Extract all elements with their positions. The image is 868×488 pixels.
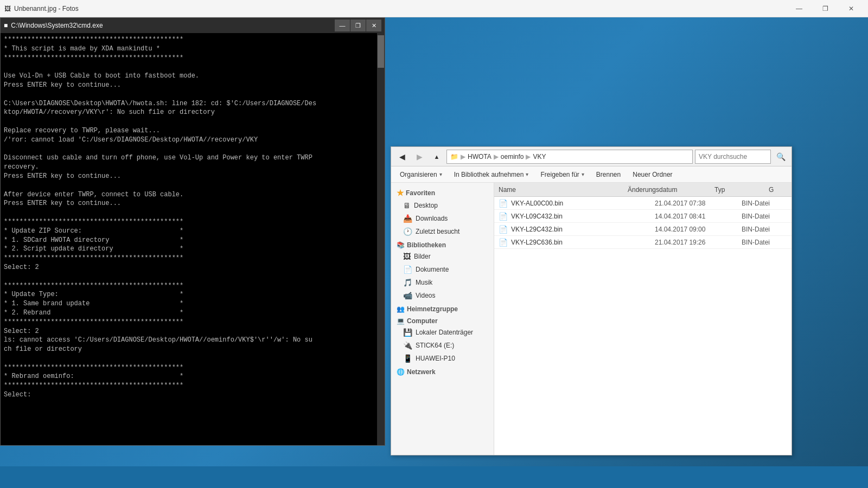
breadcrumb-oeminfo[interactable]: oeminfo xyxy=(501,153,524,160)
homegroup-icon: 👥 xyxy=(397,305,405,313)
file-date-cell: 21.04.2017 07:38 xyxy=(650,200,737,207)
menu-library-arrow: ▾ xyxy=(526,171,528,177)
file-date-cell: 21.04.2017 19:26 xyxy=(650,239,737,246)
explorer-sidebar: ★ Favoriten 🖥 Desktop 📥 Downloads 🕐 Zule… xyxy=(391,183,494,455)
local-disk-icon: 💾 xyxy=(403,328,412,337)
explorer-search-input[interactable] xyxy=(695,150,771,164)
menu-burn[interactable]: Brennen xyxy=(591,169,626,181)
fotos-app-icon: 🖼 xyxy=(4,5,11,12)
table-row[interactable]: 📄 VKY-L29C636.bin 21.04.2017 19:26 BIN-D… xyxy=(494,236,792,249)
table-row[interactable]: 📄 VKY-AL00C00.bin 21.04.2017 07:38 BIN-D… xyxy=(494,197,792,210)
favorites-star-icon: ★ xyxy=(397,188,404,198)
col-header-type[interactable]: Typ xyxy=(710,186,764,194)
explorer-search-button[interactable]: 🔍 xyxy=(773,150,788,164)
recent-icon: 🕐 xyxy=(403,227,412,236)
cmd-icon: ■ xyxy=(4,22,8,29)
cmd-restore-button[interactable]: ❐ xyxy=(350,20,366,31)
computer-icon: 💻 xyxy=(397,317,405,325)
file-name-cell: 📄 VKY-L29C432.bin xyxy=(494,225,650,234)
stick64-icon: 🔌 xyxy=(403,341,412,350)
cmd-scrollbar[interactable] xyxy=(377,33,385,445)
menu-library-label: In Bibliothek aufnehmen xyxy=(454,171,524,178)
file-bin-icon: 📄 xyxy=(499,225,508,234)
sidebar-item-dokumente[interactable]: 📄 Dokumente xyxy=(391,263,494,276)
sidebar-videos-label: Videos xyxy=(416,292,435,299)
col-header-name[interactable]: Name xyxy=(494,186,623,194)
fotos-minimize-button[interactable]: — xyxy=(787,0,812,17)
menu-new-folder[interactable]: Neuer Ordner xyxy=(627,169,678,181)
file-type-cell: BIN-Datei xyxy=(737,213,792,220)
fotos-titlebar-controls: — ❐ ✕ xyxy=(787,0,864,17)
sidebar-item-downloads[interactable]: 📥 Downloads xyxy=(391,212,494,225)
explorer-filelist: Name Änderungsdatum Typ G 📄 VKY-AL00C00.… xyxy=(494,183,792,455)
menu-share[interactable]: Freigeben für ▾ xyxy=(535,169,589,181)
breadcrumb-hwota[interactable]: HWOTA xyxy=(468,153,492,160)
explorer-up-button[interactable]: ▲ xyxy=(429,150,444,164)
network-label: Netzwerk xyxy=(407,368,436,376)
huawei-icon: 📱 xyxy=(403,354,412,363)
sidebar-item-recent[interactable]: 🕐 Zuletzt besucht xyxy=(391,225,494,238)
file-name: VKY-AL00C00.bin xyxy=(511,200,563,207)
file-name-cell: 📄 VKY-L29C636.bin xyxy=(494,238,650,247)
sidebar-item-huawei[interactable]: 📱 HUAWEI-P10 xyxy=(391,352,494,365)
col-header-date[interactable]: Änderungsdatum xyxy=(623,186,710,194)
sidebar-item-local-disk[interactable]: 💾 Lokaler Datenträger xyxy=(391,326,494,339)
cmd-window: ■ C:\Windows\System32\cmd.exe — ❐ ✕ ****… xyxy=(0,17,385,446)
desktop-icon: 🖥 xyxy=(403,201,411,210)
cmd-titlebar: ■ C:\Windows\System32\cmd.exe — ❐ ✕ xyxy=(1,18,385,33)
sidebar-stick64-label: STICK64 (E:) xyxy=(416,342,454,349)
bilder-icon: 🖼 xyxy=(403,252,411,261)
fotos-window-title: Unbenannt.jpg - Fotos xyxy=(14,5,79,12)
homegroup-label: Heimnetzgruppe xyxy=(407,305,458,313)
videos-icon: 📹 xyxy=(403,291,412,300)
table-row[interactable]: 📄 VKY-L09C432.bin 14.04.2017 08:41 BIN-D… xyxy=(494,210,792,223)
file-date-cell: 14.04.2017 08:41 xyxy=(650,213,737,220)
explorer-back-button[interactable]: ◀ xyxy=(394,150,410,164)
fotos-close-button[interactable]: ✕ xyxy=(839,0,864,17)
sidebar-group-homegroup[interactable]: 👥 Heimnetzgruppe xyxy=(391,302,494,314)
sidebar-item-videos[interactable]: 📹 Videos xyxy=(391,289,494,302)
sidebar-group-libraries[interactable]: 📚 Bibliotheken xyxy=(391,238,494,250)
file-bin-icon: 📄 xyxy=(499,199,508,208)
cmd-text: ****************************************… xyxy=(4,35,373,400)
col-header-extra[interactable]: G xyxy=(764,186,792,194)
file-name: VKY-L29C432.bin xyxy=(511,226,563,233)
cmd-minimize-button[interactable]: — xyxy=(335,20,350,31)
file-name: VKY-L29C636.bin xyxy=(511,239,563,246)
explorer-toolbar: ◀ ▶ ▲ 📁 ▶ HWOTA ▶ oeminfo ▶ VKY 🔍 xyxy=(391,147,792,166)
breadcrumb: 📁 ▶ HWOTA ▶ oeminfo ▶ VKY xyxy=(446,150,693,164)
sidebar-item-musik[interactable]: 🎵 Musik xyxy=(391,276,494,289)
sidebar-group-computer[interactable]: 💻 Computer xyxy=(391,314,494,326)
cmd-scrollbar-thumb xyxy=(378,35,384,68)
fotos-maximize-button[interactable]: ❐ xyxy=(813,0,838,17)
menu-share-arrow: ▾ xyxy=(582,171,584,177)
menu-new-folder-label: Neuer Ordner xyxy=(633,171,672,178)
breadcrumb-icon: 📁 xyxy=(450,153,458,160)
sidebar-group-network[interactable]: 🌐 Netzwerk xyxy=(391,365,494,377)
libraries-label: Bibliotheken xyxy=(407,241,446,249)
file-bin-icon: 📄 xyxy=(499,212,508,221)
explorer-forward-button[interactable]: ▶ xyxy=(412,150,427,164)
menu-library[interactable]: In Bibliothek aufnehmen ▾ xyxy=(449,169,534,181)
menu-burn-label: Brennen xyxy=(596,171,621,178)
file-bin-icon: 📄 xyxy=(499,238,508,247)
sidebar-group-favorites[interactable]: ★ Favoriten xyxy=(391,185,494,199)
explorer-menubar: Organisieren ▾ In Bibliothek aufnehmen ▾… xyxy=(391,166,792,183)
file-name-cell: 📄 VKY-AL00C00.bin xyxy=(494,199,650,208)
sidebar-bilder-label: Bilder xyxy=(414,253,431,260)
breadcrumb-vky[interactable]: VKY xyxy=(533,153,546,160)
file-name-cell: 📄 VKY-L09C432.bin xyxy=(494,212,650,221)
sidebar-huawei-label: HUAWEI-P10 xyxy=(416,355,455,362)
cmd-close-button[interactable]: ✕ xyxy=(366,20,381,31)
sidebar-item-desktop[interactable]: 🖥 Desktop xyxy=(391,199,494,212)
table-row[interactable]: 📄 VKY-L29C432.bin 14.04.2017 09:00 BIN-D… xyxy=(494,223,792,236)
sidebar-item-stick64[interactable]: 🔌 STICK64 (E:) xyxy=(391,339,494,352)
sidebar-item-bilder[interactable]: 🖼 Bilder xyxy=(391,250,494,263)
menu-organise[interactable]: Organisieren ▾ xyxy=(394,169,448,181)
dokumente-icon: 📄 xyxy=(403,265,412,274)
network-icon: 🌐 xyxy=(397,368,405,376)
sidebar-local-disk-label: Lokaler Datenträger xyxy=(416,329,473,336)
fotos-titlebar-left: 🖼 Unbenannt.jpg - Fotos xyxy=(4,5,79,12)
musik-icon: 🎵 xyxy=(403,278,412,287)
file-type-cell: BIN-Datei xyxy=(737,226,792,233)
